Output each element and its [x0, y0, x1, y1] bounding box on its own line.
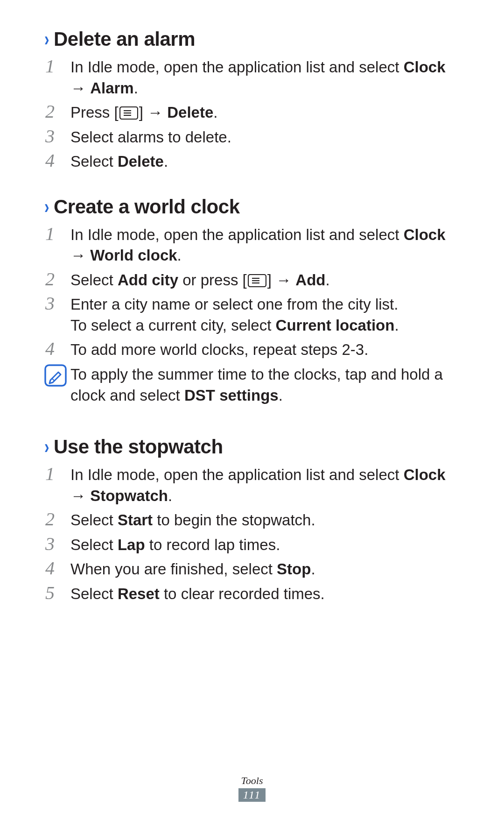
- step-number: 1: [44, 224, 70, 244]
- step-body: In Idle mode, open the application list …: [70, 225, 460, 266]
- step-body: Select Reset to clear recorded times.: [70, 584, 460, 605]
- chevron-icon: ›: [44, 29, 49, 49]
- step-item: 2 Press [] → Delete.: [44, 102, 460, 123]
- step-number: 1: [44, 464, 70, 484]
- svg-line-9: [52, 378, 55, 381]
- step-body: Select Delete.: [70, 151, 460, 172]
- step-number: 4: [44, 339, 70, 359]
- step-list-delete-alarm: 1 In Idle mode, open the application lis…: [44, 57, 460, 172]
- chevron-icon: ›: [44, 437, 49, 457]
- step-item: 1 In Idle mode, open the application lis…: [44, 465, 460, 506]
- step-body: Select Add city or press [] → Add.: [70, 270, 460, 291]
- section-heading-delete-alarm: › Delete an alarm: [44, 28, 460, 50]
- step-body: To add more world clocks, repeat steps 2…: [70, 339, 460, 360]
- step-item: 2 Select Start to begin the stopwatch.: [44, 510, 460, 531]
- heading-text: Delete an alarm: [54, 28, 195, 50]
- step-item: 4 To add more world clocks, repeat steps…: [44, 339, 460, 360]
- heading-text: Create a world clock: [54, 196, 240, 218]
- chevron-icon: ›: [44, 197, 49, 217]
- page-footer: Tools 111: [0, 775, 504, 802]
- step-item: 1 In Idle mode, open the application lis…: [44, 57, 460, 99]
- step-number: 2: [44, 101, 70, 122]
- step-number: 3: [44, 293, 70, 314]
- step-number: 3: [44, 534, 70, 554]
- note-icon: [44, 364, 70, 387]
- step-list-world-clock: 1 In Idle mode, open the application lis…: [44, 225, 460, 360]
- step-number: 1: [44, 56, 70, 77]
- step-body: When you are finished, select Stop.: [70, 559, 460, 580]
- menu-icon: [248, 274, 266, 287]
- step-item: 3 Select Lap to record lap times.: [44, 535, 460, 556]
- step-body: In Idle mode, open the application list …: [70, 57, 460, 99]
- step-number: 4: [44, 150, 70, 171]
- step-body: Select Lap to record lap times.: [70, 535, 460, 556]
- step-item: 3 Select alarms to delete.: [44, 127, 460, 148]
- section-heading-world-clock: › Create a world clock: [44, 196, 460, 218]
- step-body: Select Start to begin the stopwatch.: [70, 510, 460, 531]
- note-row: To apply the summer time to the clocks, …: [44, 364, 460, 406]
- step-item: 4 Select Delete.: [44, 151, 460, 172]
- step-item: 2 Select Add city or press [] → Add.: [44, 270, 460, 291]
- step-list-stopwatch: 1 In Idle mode, open the application lis…: [44, 465, 460, 604]
- step-number: 2: [44, 269, 70, 290]
- footer-category: Tools: [0, 775, 504, 787]
- step-item: 4 When you are finished, select Stop.: [44, 559, 460, 580]
- step-number: 2: [44, 509, 70, 530]
- section-heading-stopwatch: › Use the stopwatch: [44, 436, 460, 458]
- step-body: In Idle mode, open the application list …: [70, 465, 460, 506]
- step-number: 4: [44, 558, 70, 579]
- step-item: 5 Select Reset to clear recorded times.: [44, 584, 460, 605]
- step-body: Enter a city name or select one from the…: [70, 294, 460, 336]
- step-body: Press [] → Delete.: [70, 102, 460, 123]
- heading-text: Use the stopwatch: [54, 436, 223, 458]
- step-number: 3: [44, 126, 70, 147]
- menu-icon: [119, 106, 138, 120]
- note-body: To apply the summer time to the clocks, …: [70, 364, 460, 406]
- step-body: Select alarms to delete.: [70, 127, 460, 148]
- step-item: 1 In Idle mode, open the application lis…: [44, 225, 460, 266]
- footer-page-number: 111: [238, 788, 266, 802]
- step-item: 3 Enter a city name or select one from t…: [44, 294, 460, 336]
- step-number: 5: [44, 583, 70, 603]
